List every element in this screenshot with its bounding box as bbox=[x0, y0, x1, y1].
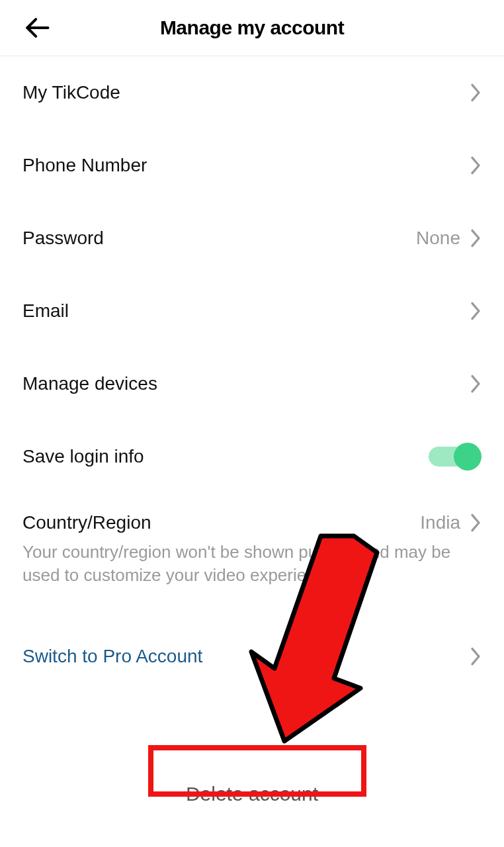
chevron-right-icon bbox=[470, 646, 482, 666]
chevron-right-icon bbox=[470, 374, 482, 394]
row-label: Password bbox=[22, 228, 104, 249]
row-tikcode[interactable]: My TikCode bbox=[22, 56, 482, 129]
delete-account-button[interactable]: Delete account bbox=[166, 772, 338, 816]
toggle-thumb bbox=[454, 443, 482, 470]
row-label: Switch to Pro Account bbox=[22, 646, 202, 667]
chevron-right-icon bbox=[470, 228, 482, 248]
row-password[interactable]: Password None bbox=[22, 202, 482, 275]
row-phone-number[interactable]: Phone Number bbox=[22, 129, 482, 202]
settings-list: My TikCode Phone Number Password None Em… bbox=[0, 56, 504, 816]
row-label: Save login info bbox=[22, 446, 144, 467]
chevron-right-icon bbox=[470, 83, 482, 103]
row-email[interactable]: Email bbox=[22, 275, 482, 347]
chevron-right-icon bbox=[470, 156, 482, 175]
chevron-right-icon bbox=[470, 301, 482, 321]
row-label: My TikCode bbox=[22, 82, 120, 103]
row-label: Email bbox=[22, 300, 69, 322]
row-value: None bbox=[416, 228, 460, 249]
row-value: India bbox=[420, 512, 460, 533]
row-delete-account: Delete account bbox=[22, 772, 482, 816]
chevron-right-icon bbox=[470, 513, 482, 533]
page-title: Manage my account bbox=[0, 17, 504, 39]
arrow-left-icon bbox=[22, 13, 52, 42]
row-label: Manage devices bbox=[22, 373, 157, 394]
row-switch-pro-account[interactable]: Switch to Pro Account bbox=[22, 620, 482, 693]
row-save-login-info: Save login info bbox=[22, 420, 482, 493]
back-button[interactable] bbox=[21, 12, 53, 44]
row-label: Phone Number bbox=[22, 155, 147, 176]
country-subtext: Your country/region won't be shown publi… bbox=[22, 541, 482, 594]
row-label: Country/Region bbox=[22, 512, 151, 533]
header: Manage my account bbox=[0, 0, 504, 56]
row-manage-devices[interactable]: Manage devices bbox=[22, 347, 482, 420]
save-login-toggle[interactable] bbox=[429, 443, 482, 470]
